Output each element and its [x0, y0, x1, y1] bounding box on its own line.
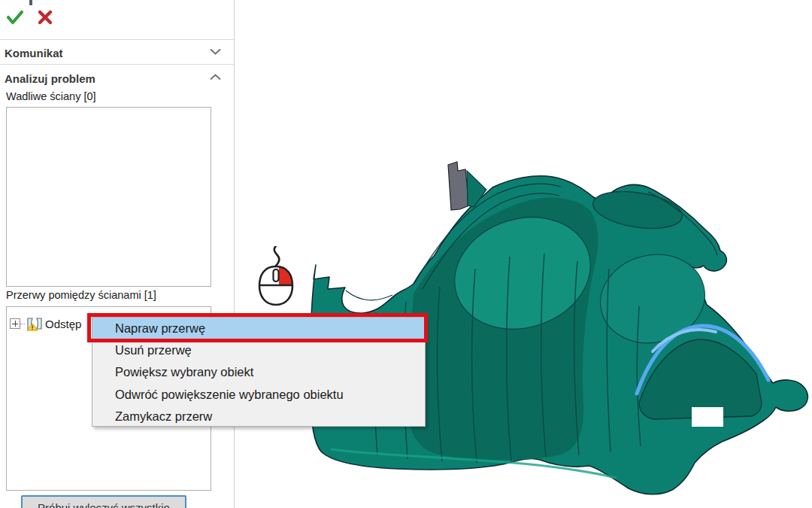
menu-item-zamykacz-przerw[interactable]: Zamykacz przerw [92, 406, 425, 427]
tree-connector [20, 324, 25, 324]
import-diagnostics-screen: Komunikat Analizuj problem Wadliwe ścian… [0, 0, 812, 508]
section-header-label: Analizuj problem [5, 72, 95, 85]
section-header-analizuj-problem[interactable]: Analizuj problem [5, 68, 230, 88]
separator [0, 64, 234, 65]
gap-item-label: Odstęp [45, 318, 81, 330]
context-menu: Napraw przerwę Usuń przerwę Powiększ wyb… [92, 317, 426, 427]
menu-item-powieksz-wybrany-obiekt[interactable]: Powiększ wybrany obiekt [92, 361, 425, 383]
faulty-faces-label: Wadliwe ściany [0] [6, 90, 96, 102]
menu-item-usun-przerwe[interactable]: Usuń przerwę [92, 339, 425, 361]
mouse-right-click-icon [254, 246, 298, 308]
menu-item-napraw-przerwe[interactable]: Napraw przerwę [92, 318, 425, 339]
menu-item-odwroc-powiekszenie[interactable]: Odwróć powiększenie wybranego obiektu [92, 384, 425, 406]
section-header-komunikat[interactable]: Komunikat [5, 43, 230, 62]
model-flange-line [346, 291, 392, 300]
faulty-faces-listbox[interactable] [6, 107, 211, 287]
tree-expand-plus-icon[interactable] [10, 318, 20, 329]
clipped-icon-fragment [29, 0, 32, 5]
gaps-label: Przerwy pomiędzy ścianami [1] [6, 289, 156, 301]
accept-icon[interactable] [6, 8, 24, 26]
heal-all-button[interactable]: Próbuj wyleczyć wszystkie [21, 495, 186, 508]
gap-warning-icon [26, 317, 43, 331]
gap-tree-item[interactable]: Odstęp [10, 316, 81, 331]
separator [0, 39, 234, 40]
defect-face[interactable] [448, 162, 469, 210]
panel-divider [234, 0, 235, 508]
cancel-icon[interactable] [36, 8, 54, 26]
chevron-down-icon[interactable] [210, 48, 221, 55]
section-header-label: Komunikat [5, 47, 63, 59]
model-saddle-notch [692, 407, 723, 427]
chevron-up-icon[interactable] [210, 74, 221, 81]
